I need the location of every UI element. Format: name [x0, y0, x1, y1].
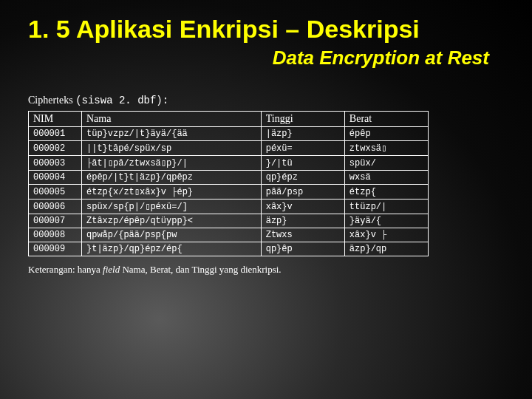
footnote-italic: field [103, 264, 120, 275]
table-header-row: NIM Nama Tinggi Berat [29, 112, 429, 127]
cell-nama: tüp}vzpz/|t}äyä/{ää [81, 127, 261, 141]
cell-nim: 000007 [29, 214, 82, 228]
cell-tinggi: xâx}v [261, 200, 344, 214]
footnote-suffix: Nama, Berat, dan Tinggi yang dienkripsi. [120, 264, 281, 275]
table-row: 000004 épêp/|t}t|äzp}/qpêpz qp}épz wxsä [29, 171, 429, 185]
ciphertext-table: NIM Nama Tinggi Berat 000001 tüp}vzpz/|t… [28, 111, 429, 256]
caption-prefix: Cipherteks [28, 95, 73, 106]
cell-tinggi: qp}épz [261, 171, 344, 185]
cell-tinggi: Ztwxs [261, 228, 344, 242]
slide-title: 1. 5 Aplikasi Enkripsi – Deskripsi [28, 15, 504, 44]
cell-berat: spüx/ [344, 156, 428, 171]
cell-nim: 000001 [29, 127, 82, 141]
cell-berat: wxsä [344, 171, 428, 185]
col-header-nim: NIM [29, 112, 82, 127]
cell-nama: épêp/|t}t|äzp}/qpêpz [81, 171, 261, 185]
slide-content: 1. 5 Aplikasi Enkripsi – Deskripsi Data … [0, 0, 532, 399]
cell-nim: 000003 [29, 156, 82, 171]
cell-nama: étzp{x/zt▯xâx}v ├ép} [81, 185, 261, 200]
cell-tinggi: pâä/psp [261, 185, 344, 200]
table-row: 000006 spüx/sp{p|/▯péxü=/] xâx}v ttüzp/| [29, 200, 429, 214]
table-footnote: Keterangan: hanya field Nama, Berat, dan… [28, 264, 504, 276]
cell-nama: Ztâxzp/épêp/qtüypp}< [81, 214, 261, 228]
footnote-prefix: Keterangan: hanya [28, 264, 103, 275]
caption-filename: (siswa 2. dbf): [75, 95, 168, 106]
cell-berat: xâx}v ├ [344, 228, 428, 242]
cell-berat: }äyä/{ [344, 214, 428, 228]
cell-nim: 000008 [29, 228, 82, 242]
cell-nama: qpwåp/{pää/psp{pw [81, 228, 261, 242]
col-header-tinggi: Tinggi [261, 112, 344, 127]
cell-nama: spüx/sp{p|/▯péxü=/] [81, 200, 261, 214]
cell-tinggi: qp}êp [261, 242, 344, 256]
cell-tinggi: äzp} [261, 214, 344, 228]
table-row: 000005 étzp{x/zt▯xâx}v ├ép} pâä/psp étzp… [29, 185, 429, 200]
cell-nama: ├ât|▯pâ/ztwxsä▯p}/| [81, 156, 261, 171]
cell-berat: äzp}/qp [344, 242, 428, 256]
table-row: 000007 Ztâxzp/épêp/qtüypp}< äzp} }äyä/{ [29, 214, 429, 228]
col-header-berat: Berat [344, 112, 428, 127]
table-row: 000002 ||t}tâpé/spüx/sp péxü= ztwxsä▯ [29, 141, 429, 156]
cell-nim: 000002 [29, 141, 82, 156]
table-row: 000003 ├ât|▯pâ/ztwxsä▯p}/| }/|tü spüx/ [29, 156, 429, 171]
cell-nim: 000005 [29, 185, 82, 200]
cell-nama: }t|äzp}/qp}épz/ép{ [81, 242, 261, 256]
cell-tinggi: |äzp} [261, 127, 344, 141]
cell-berat: épêp [344, 127, 428, 141]
cell-nim: 000009 [29, 242, 82, 256]
cell-tinggi: péxü= [261, 141, 344, 156]
cell-berat: ztwxsä▯ [344, 141, 428, 156]
table-row: 000008 qpwåp/{pää/psp{pw Ztwxs xâx}v ├ [29, 228, 429, 242]
cell-tinggi: }/|tü [261, 156, 344, 171]
cell-berat: ttüzp/| [344, 200, 428, 214]
table-row: 000001 tüp}vzpz/|t}äyä/{ää |äzp} épêp [29, 127, 429, 141]
slide-subtitle: Data Encryption at Rest [28, 47, 489, 69]
table-row: 000009 }t|äzp}/qp}épz/ép{ qp}êp äzp}/qp [29, 242, 429, 256]
cell-berat: étzp{ [344, 185, 428, 200]
table-body: 000001 tüp}vzpz/|t}äyä/{ää |äzp} épêp 00… [29, 127, 429, 256]
table-caption: Cipherteks (siswa 2. dbf): [28, 95, 504, 106]
cell-nim: 000004 [29, 171, 82, 185]
col-header-nama: Nama [81, 112, 261, 127]
cell-nim: 000006 [29, 200, 82, 214]
cell-nama: ||t}tâpé/spüx/sp [81, 141, 261, 156]
